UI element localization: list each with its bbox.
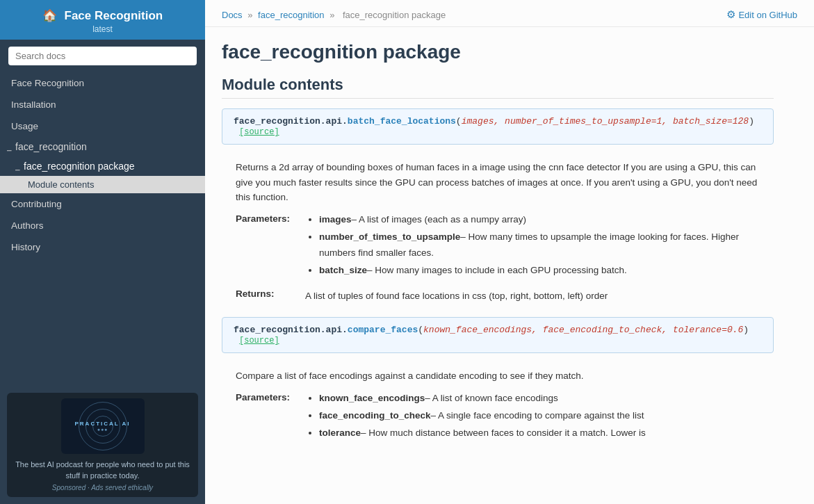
returns-text-1: A list of tuples of found face locations…	[305, 288, 608, 304]
param-desc-batch-size: – How many images to include in each GPU…	[367, 265, 627, 275]
param-desc-images: – A list of images (each as a numpy arra…	[352, 214, 526, 225]
api-params-1: images, number_of_times_to_upsample=1, b…	[462, 116, 749, 127]
returns-row-1: Returns: A list of tuples of found face …	[236, 288, 774, 304]
sidebar-item-authors[interactable]: Authors	[0, 215, 205, 236]
params-table-2: Parameters: known_face_encodings– A list…	[236, 391, 774, 443]
sidebar-item-contributing[interactable]: Contributing	[0, 193, 205, 215]
breadcrumb-current: face_recognition package	[343, 10, 446, 20]
params-label-1: Parameters:	[236, 212, 305, 280]
main-content: Docs » face_recognition » face_recogniti…	[205, 0, 814, 504]
sidebar-item-face-recognition-package[interactable]: ⎯ face_recognition package	[0, 156, 205, 176]
sponsor-caption: Sponsored · Ads served ethically	[13, 484, 193, 491]
sponsor-description: The best AI podcast for people who need …	[13, 460, 193, 481]
param-name-batch-size: batch_size	[319, 265, 367, 275]
api-source-link-2[interactable]: [source]	[239, 336, 279, 346]
search-input[interactable]	[8, 47, 197, 65]
edit-on-github-link[interactable]: ⚙ Edit on GitHub	[726, 8, 797, 21]
breadcrumb-face-recognition[interactable]: face_recognition	[258, 10, 324, 20]
sidebar-item-face-recognition[interactable]: Face Recognition	[0, 72, 205, 94]
api-func-name-2: compare_faces	[348, 325, 418, 335]
api-prefix-2: face_recognition.api.	[234, 325, 348, 335]
breadcrumb-sep-1: »	[247, 10, 255, 20]
param-item-tolerance: tolerance– How much distance between fac…	[319, 425, 646, 441]
params-list-2: known_face_encodings– A list of known fa…	[305, 391, 646, 443]
minus-icon: ⎯	[7, 143, 12, 151]
home-icon: 🏠	[42, 9, 57, 22]
api-prefix-1: face_recognition.api.	[234, 116, 348, 127]
api-paren-close-2: )	[743, 325, 749, 335]
returns-label-1: Returns:	[236, 288, 305, 304]
param-desc-known-encodings: – A list of known face encodings	[425, 393, 557, 403]
sponsor-logo: PRACTICAL AI ●●●	[61, 398, 145, 454]
params-label-2: Parameters:	[236, 391, 305, 443]
page-title: face_recognition package	[222, 41, 774, 63]
sidebar-nav: Face Recognition Installation Usage ⎯ fa…	[0, 72, 205, 386]
api-paren-close-1: )	[749, 116, 754, 127]
api-block-batch-face-locations: face_recognition.api.batch_face_location…	[222, 108, 774, 145]
params-table-1: Parameters: images– A list of images (ea…	[236, 212, 774, 280]
sidebar-item-usage[interactable]: Usage	[0, 115, 205, 137]
sidebar: 🏠 Face Recognition latest Face Recogniti…	[0, 0, 205, 504]
sponsor-logo-text: PRACTICAL AI ●●●	[75, 421, 131, 432]
breadcrumb-docs[interactable]: Docs	[222, 10, 243, 20]
sidebar-search-container	[0, 40, 205, 72]
api-desc-2: Compare a list of face encodings against…	[222, 363, 774, 391]
params-list-1: images– A list of images (each as a nump…	[305, 212, 774, 280]
param-item-batch-size: batch_size– How many images to include i…	[319, 263, 774, 279]
param-item-known-encodings: known_face_encodings– A list of known fa…	[319, 391, 646, 407]
param-name-images: images	[319, 214, 352, 225]
param-name-upsample: number_of_times_to_upsample	[319, 231, 460, 242]
param-desc-encoding-check: – A single face encoding to compare agai…	[431, 410, 644, 421]
sidebar-item-installation[interactable]: Installation	[0, 94, 205, 115]
sidebar-item-module-contents[interactable]: Module contents	[0, 176, 205, 193]
param-name-known-encodings: known_face_encodings	[319, 393, 425, 403]
breadcrumb-links: Docs » face_recognition » face_recogniti…	[222, 10, 448, 20]
sidebar-item-history[interactable]: History	[0, 236, 205, 258]
param-item-encoding-check: face_encoding_to_check– A single face en…	[319, 408, 646, 424]
api-func-name-1: batch_face_locations	[348, 116, 456, 127]
sidebar-title: 🏠 Face Recognition	[11, 8, 194, 23]
param-name-tolerance: tolerance	[319, 428, 361, 438]
section-title: Module contents	[222, 76, 774, 99]
api-desc-1: Returns a 2d array of bounding boxes of …	[222, 154, 774, 212]
breadcrumb: Docs » face_recognition » face_recogniti…	[205, 0, 814, 27]
api-params-2: known_face_encodings, face_encoding_to_c…	[423, 325, 743, 335]
minus-sub-icon: ⎯	[15, 162, 20, 170]
sidebar-subtitle: latest	[11, 24, 194, 34]
api-block-compare-faces: face_recognition.api.compare_faces(known…	[222, 317, 774, 353]
sidebar-header: 🏠 Face Recognition latest	[0, 0, 205, 40]
param-desc-tolerance: – How much distance between faces to con…	[361, 428, 646, 438]
api-paren-open-1: (	[456, 116, 462, 127]
sponsor-box[interactable]: PRACTICAL AI ●●● The best AI podcast for…	[7, 393, 198, 497]
breadcrumb-sep-2: »	[329, 10, 337, 20]
api-source-link-1[interactable]: [source]	[239, 127, 279, 137]
content-area: face_recognition package Module contents…	[205, 27, 796, 473]
param-name-encoding-check: face_encoding_to_check	[319, 410, 431, 421]
api-paren-open-2: (	[418, 325, 423, 335]
sidebar-item-face-recognition-section[interactable]: ⎯ face_recognition	[0, 137, 205, 156]
param-item-upsample: number_of_times_to_upsample– How many ti…	[319, 229, 774, 261]
param-item-images: images– A list of images (each as a nump…	[319, 212, 774, 228]
github-icon: ⚙	[726, 8, 735, 21]
